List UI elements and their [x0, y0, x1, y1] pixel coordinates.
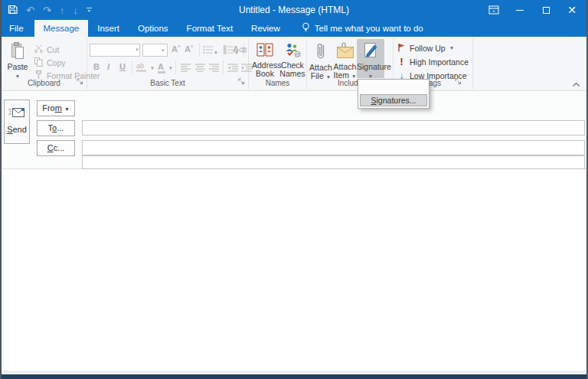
tell-me-label: Tell me what you want to do [315, 24, 423, 33]
save-icon[interactable] [8, 5, 18, 16]
grow-font-button[interactable]: A˄ [172, 44, 180, 54]
ribbon-tab-bar: File Message Insert Options Format Text … [2, 20, 586, 37]
signatures-menu-item[interactable]: Signatures... [360, 94, 427, 106]
bullets-button[interactable]: ▼ [203, 45, 218, 56]
clipboard-dialog-launcher-icon[interactable] [77, 77, 83, 87]
clear-formatting-button[interactable]: A⌫ [233, 44, 247, 54]
follow-up-button[interactable]: Follow Up ▼ [397, 43, 454, 54]
copy-button[interactable]: Copy [34, 57, 66, 68]
highlight-caret[interactable]: ▼ [150, 66, 155, 70]
close-button[interactable]: ✕ [559, 0, 585, 20]
title-bar: ↶ ↷ ↑ ↓ ▾ Untitled - Message (HTML) ✕ [2, 0, 586, 20]
font-color-button[interactable]: A [158, 62, 165, 74]
font-name-caret: ▼ [135, 47, 139, 52]
move-up-icon[interactable]: ↑ [60, 5, 65, 15]
tags-dialog-launcher-icon[interactable] [455, 77, 462, 87]
cc-input[interactable] [82, 140, 585, 155]
to-button[interactable]: To... [37, 120, 75, 136]
signature-dropdown-menu: Signatures... [358, 79, 430, 109]
signature-dropdown-caret: ▼ [368, 74, 373, 79]
tell-me-box[interactable]: Tell me what you want to do [294, 20, 431, 37]
tab-insert[interactable]: Insert [88, 20, 129, 37]
window-title: Untitled - Message (HTML) [93, 0, 495, 20]
ribbon: Paste ▼ Cut Copy Format Painter Clipboar… [2, 37, 586, 91]
customize-qat-icon[interactable]: ▾ [87, 8, 92, 13]
paste-dropdown-caret: ▼ [15, 74, 20, 79]
group-basic-text: ▼ ▼ A˄ A˅ ▼ ▼ A⌫ B I U ab ▼ A ▼ Basic Te… [87, 38, 249, 90]
cc-button[interactable]: Cc... [37, 140, 75, 156]
check-names-icon: @ [279, 42, 305, 60]
tab-options[interactable]: Options [129, 20, 178, 37]
basic-text-group-label: Basic Text [87, 79, 248, 87]
from-button[interactable]: From ▼ [37, 100, 75, 116]
tab-format-text[interactable]: Format Text [178, 20, 243, 37]
send-label: Send [5, 125, 29, 134]
group-clipboard: Paste ▼ Cut Copy Format Painter Clipboar… [2, 38, 87, 90]
collapse-ribbon-chevron-icon[interactable] [572, 80, 580, 89]
highlight-color-button[interactable]: ab [136, 62, 146, 72]
font-name-combobox[interactable] [90, 44, 140, 57]
from-caret: ▼ [64, 106, 70, 112]
outlook-message-window: ↶ ↷ ↑ ↓ ▾ Untitled - Message (HTML) ✕ Fi… [0, 0, 588, 379]
attach-file-button[interactable]: Attach File ▼ [309, 39, 332, 77]
font-size-combobox[interactable]: ▼ [142, 44, 168, 57]
paste-clipboard-icon [5, 42, 31, 61]
message-body-editor[interactable] [2, 170, 586, 371]
window-controls: ✕ [481, 0, 585, 20]
align-left-button[interactable] [181, 64, 191, 74]
paperclip-icon [309, 42, 332, 62]
subject-input[interactable] [82, 155, 585, 169]
maximize-button[interactable] [533, 0, 559, 20]
quick-access-toolbar: ↶ ↷ ↑ ↓ ▾ [8, 0, 92, 20]
underline-button[interactable]: U [119, 62, 126, 71]
cut-button[interactable]: Cut [34, 44, 59, 54]
ribbon-display-options-icon[interactable] [481, 0, 507, 20]
signature-button[interactable]: Signature ▼ [357, 39, 384, 78]
move-down-icon[interactable]: ↓ [73, 5, 78, 15]
undo-icon[interactable]: ↶ [26, 5, 34, 15]
italic-button[interactable]: I [107, 62, 109, 71]
bold-button[interactable]: B [93, 62, 100, 71]
tab-file[interactable]: File [2, 20, 32, 37]
address-book-icon [252, 42, 278, 60]
signature-pen-icon [357, 42, 384, 61]
group-names: Address Book @ Check Names Names [249, 38, 307, 90]
flag-icon [397, 43, 406, 54]
paste-button[interactable]: Paste ▼ [5, 39, 31, 77]
high-importance-button[interactable]: ! High Importance [397, 57, 469, 67]
shrink-font-button[interactable]: A˅ [185, 44, 193, 54]
lightbulb-icon [302, 22, 310, 34]
attach-item-caret: ▼ [351, 74, 356, 79]
message-header: Send From ▼ goyalh.lepide@gmail.com To..… [2, 92, 586, 169]
redo-icon[interactable]: ↷ [43, 5, 51, 15]
font-color-caret[interactable]: ▼ [168, 66, 173, 70]
align-center-button[interactable] [195, 64, 205, 74]
align-right-button[interactable] [209, 64, 219, 74]
check-names-button[interactable]: @ Check Names [279, 39, 305, 77]
high-importance-icon: ! [397, 57, 406, 67]
svg-text:@: @ [294, 51, 301, 58]
minimize-button[interactable] [507, 0, 533, 20]
tab-message[interactable]: Message [34, 20, 89, 37]
follow-up-caret: ▼ [449, 46, 454, 51]
tab-review[interactable]: Review [242, 20, 289, 37]
attach-item-button[interactable]: Attach Item ▼ [333, 39, 357, 77]
window-bottom-border [2, 374, 586, 379]
send-button[interactable]: Send [4, 100, 30, 144]
send-envelope-icon [5, 106, 29, 120]
to-input[interactable] [82, 120, 585, 136]
envelope-paperclip-icon [333, 42, 357, 61]
clipboard-group-label: Clipboard [2, 79, 87, 87]
scissors-icon [34, 44, 43, 54]
copy-pages-icon [34, 57, 43, 68]
basic-text-dialog-launcher-icon[interactable] [238, 77, 245, 87]
names-group-label: Names [249, 79, 306, 87]
decrease-indent-button[interactable] [227, 64, 238, 74]
address-book-button[interactable]: Address Book [252, 39, 278, 77]
